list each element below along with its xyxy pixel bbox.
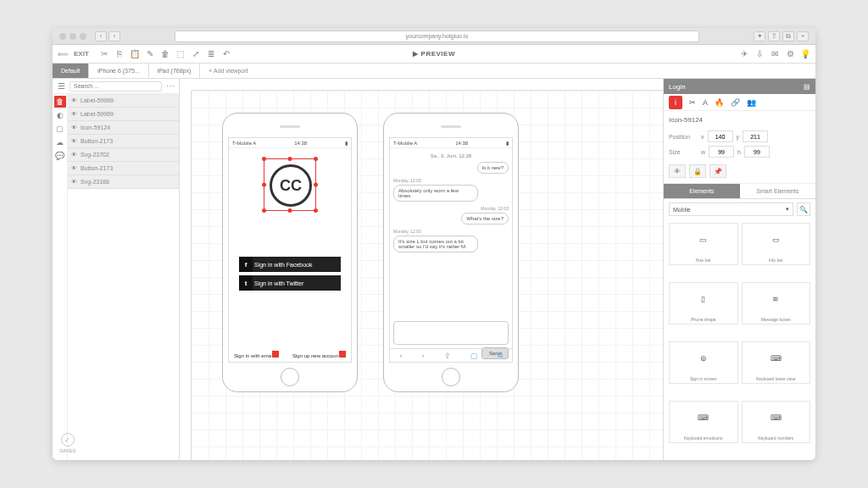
selected-element-cc-logo[interactable]: CC [264,158,316,211]
size-w-input[interactable] [709,146,734,158]
resize-handle[interactable] [288,157,292,161]
visibility-icon[interactable]: 👁 [71,152,77,158]
tab-default[interactable]: Default [53,64,89,78]
chat-input[interactable] [393,321,509,345]
chrome-btn-1[interactable]: ✦ [754,31,765,42]
close-dot[interactable] [59,33,66,40]
resize-handle[interactable] [314,208,318,213]
visibility-icon[interactable]: 👁 [71,179,77,185]
tab-smart-elements[interactable]: Smart Elements [740,184,816,198]
exit-button[interactable]: EXIT [74,50,89,58]
artboard-chat[interactable]: T-Mobile A 14:38 ▮ Sa., 6. Juni, 12:28 I… [383,113,519,392]
crop-icon[interactable]: ⬚ [175,49,186,59]
page-icon[interactable]: 🗑 [54,96,66,108]
mini-pin-icon[interactable]: 📌 [709,164,726,178]
element-item[interactable]: ▯Phone shape [669,282,738,324]
element-item[interactable]: ≋Message boxes [742,282,811,324]
forward-button[interactable]: › [108,31,120,42]
visibility-icon[interactable]: 👁 [71,111,77,117]
element-category-select[interactable]: Mobile▾ [669,202,793,216]
layers-search-input[interactable] [70,81,162,92]
layer-row[interactable]: 👁Label-59969 [68,94,179,108]
twitter-signin-button[interactable]: t Sign in with Twitter [239,275,341,291]
undo-icon[interactable]: ↶ [221,49,231,59]
add-viewport-button[interactable]: + Add viewport [200,64,256,78]
bulb-icon[interactable]: 💡 [800,49,810,59]
resize-handle[interactable] [262,183,266,187]
gear-icon[interactable]: ⚙ [785,49,795,59]
layer-row[interactable]: 👁Svg-23188 [68,175,179,189]
layer-row[interactable]: 👁Svg-23702 [68,148,179,162]
visibility-icon[interactable]: 👁 [71,138,77,144]
send-icon[interactable]: ✉ [770,49,780,59]
resize-handle[interactable] [262,157,266,161]
exit-icon[interactable]: ⟸ [58,50,69,58]
pos-x-input[interactable] [708,130,733,142]
chat-fwd-icon[interactable]: › [422,352,425,360]
inspector-menu-icon[interactable]: ▤ [804,83,810,91]
mini-eye-icon[interactable]: 👁 [669,164,686,178]
resize-handle[interactable] [262,208,266,213]
tabs-icon[interactable]: ⧉ [498,351,503,360]
visibility-icon[interactable]: 👁 [71,125,77,130]
facebook-signin-button[interactable]: f Sign in with Facebook [239,257,341,272]
element-item[interactable]: ▭Hue bar [669,223,738,265]
shape-layer-icon[interactable]: ▢ [54,123,66,135]
layers-icon[interactable]: ≣ [206,49,216,59]
download-icon[interactable]: ⇩ [754,49,765,59]
size-h-input[interactable] [744,146,770,158]
visibility-icon[interactable]: 👁 [71,165,77,171]
inspector-tab-link-icon[interactable]: 🔗 [731,98,740,107]
cursor-icon[interactable]: ✈ [739,49,749,59]
chat-back-icon[interactable]: ‹ [400,352,403,360]
copy-icon[interactable]: ⎘ [114,49,125,59]
inspector-tab-cut-icon[interactable]: ✂ [689,98,696,107]
text-layer-icon[interactable]: ◐ [54,109,66,121]
element-item[interactable]: ▭Info bar [742,223,811,265]
inspector-tab-people-icon[interactable]: 👥 [747,98,756,107]
cut-icon[interactable]: ✂ [99,49,109,59]
inspector-tab-font-icon[interactable]: A [703,98,708,107]
group-layer-icon[interactable]: ☁ [54,136,66,148]
signin-email-link[interactable]: Sign in with ema [234,351,279,358]
tab-iphone[interactable]: iPhone 6 (375... [89,64,148,78]
brush-icon[interactable]: ✎ [145,49,155,59]
visibility-icon[interactable]: 👁 [71,97,77,103]
chrome-btn-3[interactable]: ⧉ [782,31,794,42]
layer-row[interactable]: 👁Icon-59124 [68,121,179,135]
layer-row[interactable]: 👁Label-59969 [68,108,179,121]
element-item[interactable]: ⌨Keyboard emoticons [669,401,738,443]
back-button[interactable]: ‹ [95,31,107,42]
resize-handle[interactable] [314,157,318,161]
resize-handle[interactable] [314,183,318,187]
tab-elements[interactable]: Elements [664,184,740,198]
layer-row[interactable]: 👁Button-2173 [68,135,179,148]
element-item[interactable]: ⊚Sign in screen [669,341,738,384]
inspector-tab-flame-icon[interactable]: 🔥 [715,98,724,107]
preview-button[interactable]: ▶ PREVIEW [413,50,455,58]
comment-icon[interactable]: 💬 [54,150,66,162]
share-icon[interactable]: ⇪ [444,352,451,360]
max-dot[interactable] [80,33,86,40]
signup-link[interactable]: Sign up new accoun [292,351,346,358]
element-item[interactable]: ⌨Keyboard numbers [742,401,811,443]
element-item[interactable]: ⌨Keyboard lower case [742,341,811,384]
resize-handle[interactable] [288,208,292,213]
mini-lock-icon[interactable]: 🔒 [689,164,706,178]
canvas[interactable]: T-Mobile A 14:38 ▮ CC [180,79,663,460]
trash-icon[interactable]: 🗑 [160,49,170,59]
chrome-btn-2[interactable]: ⇪ [768,31,780,42]
url-bar[interactable]: yourcompany.hotgloo.io [175,30,699,42]
tab-ipad[interactable]: iPad (768px) [149,64,201,78]
inspector-tab-info-icon[interactable]: i [669,96,682,109]
chrome-btn-4[interactable]: + [797,31,809,42]
pos-y-input[interactable] [743,130,768,142]
element-search-icon[interactable]: 🔍 [797,202,810,216]
layer-row[interactable]: 👁Button-2173 [68,162,179,175]
book-icon[interactable]: ▢ [470,352,478,360]
layers-more-icon[interactable]: ⋯ [165,81,175,92]
artboard-signin[interactable]: T-Mobile A 14:38 ▮ CC [222,113,358,392]
layers-filter-icon[interactable]: ☰ [56,81,66,92]
min-dot[interactable] [70,33,76,40]
expand-icon[interactable]: ⤢ [191,49,201,59]
